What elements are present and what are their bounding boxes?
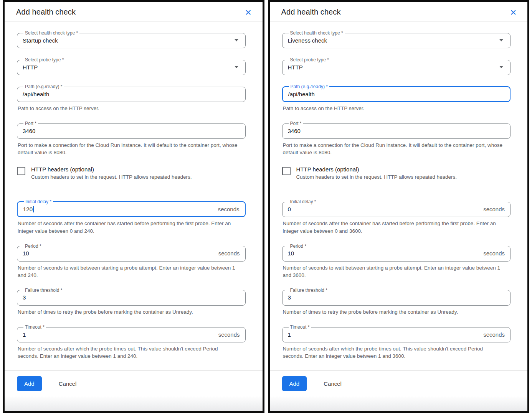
http-headers-helper-text: Custom headers to set in the request. HT… xyxy=(296,174,457,181)
seconds-suffix: seconds xyxy=(483,250,505,257)
side-by-side-screenshots: Add health check ✕ Select health check t… xyxy=(0,0,532,413)
http-headers-texts: HTTP headers (optional) Custom headers t… xyxy=(296,166,457,181)
timeout-field[interactable]: Timeout * 1 seconds xyxy=(282,325,511,342)
timeout-label: Timeout * xyxy=(289,325,311,329)
failure-threshold-label: Failure threshold * xyxy=(289,288,329,293)
period-label: Period * xyxy=(289,244,308,248)
failure-threshold-value: 3 xyxy=(23,294,26,301)
http-headers-label: HTTP headers (optional) xyxy=(31,166,192,173)
probe-type-select[interactable]: Select probe type * HTTP xyxy=(282,58,511,75)
port-helper-text: Port to make a connection for the Cloud … xyxy=(18,142,240,156)
period-field[interactable]: Period * 10 seconds xyxy=(17,244,246,262)
initial-delay-label: Initial delay * xyxy=(24,199,53,204)
failure-threshold-value: 3 xyxy=(288,294,291,301)
health-check-type-value: Liveness check xyxy=(288,37,327,44)
port-value: 3460 xyxy=(288,128,301,134)
period-helper-text: Number of seconds to wait between starti… xyxy=(283,264,505,279)
initial-delay-field[interactable]: Initial delay * 120 seconds xyxy=(17,199,246,217)
add-health-check-dialog-liveness: Add health check ✕ Select health check t… xyxy=(268,0,530,413)
http-headers-helper-text: Custom headers to set in the request. HT… xyxy=(31,174,192,181)
dropdown-arrow-icon xyxy=(235,66,238,68)
port-value: 3460 xyxy=(23,128,35,134)
bottom-fade xyxy=(5,397,263,411)
path-field[interactable]: Path (e.g./ready) * /api/health xyxy=(17,84,246,102)
port-label: Port * xyxy=(23,121,38,126)
health-check-type-label: Select health check type * xyxy=(23,31,79,35)
initial-delay-helper-text: Number of seconds after the container ha… xyxy=(283,220,505,234)
initial-delay-helper-text: Number of seconds after the container ha… xyxy=(18,220,240,234)
http-headers-checkbox[interactable] xyxy=(282,167,291,175)
dropdown-arrow-icon xyxy=(499,66,503,68)
initial-delay-value: 0 xyxy=(288,206,291,212)
dropdown-arrow-icon xyxy=(235,39,238,41)
dialog-header: Add health check ✕ xyxy=(5,2,263,21)
seconds-suffix: seconds xyxy=(218,206,240,212)
timeout-field[interactable]: Timeout * 1 seconds xyxy=(17,325,246,342)
add-button[interactable]: Add xyxy=(282,376,307,391)
add-button[interactable]: Add xyxy=(17,376,42,391)
port-label: Port * xyxy=(289,121,303,126)
path-helper-text: Path to access on the HTTP server. xyxy=(283,105,505,112)
cancel-button[interactable]: Cancel xyxy=(57,376,78,391)
initial-delay-value: 120 xyxy=(23,206,34,212)
path-helper-text: Path to access on the HTTP server. xyxy=(18,105,240,112)
close-icon[interactable]: ✕ xyxy=(244,8,253,17)
http-headers-row: HTTP headers (optional) Custom headers t… xyxy=(17,166,246,181)
path-value: /api/health xyxy=(288,91,315,97)
probe-type-value: HTTP xyxy=(288,64,303,71)
health-check-type-select[interactable]: Select health check type * Liveness chec… xyxy=(282,31,511,48)
http-headers-row: HTTP headers (optional) Custom headers t… xyxy=(282,166,511,181)
port-helper-text: Port to make a connection for the Cloud … xyxy=(283,142,505,156)
health-check-type-value: Startup check xyxy=(23,37,58,44)
initial-delay-label: Initial delay * xyxy=(289,199,318,204)
initial-delay-field[interactable]: Initial delay * 0 seconds xyxy=(282,199,511,217)
timeout-helper-text: Number of seconds after which the probe … xyxy=(283,345,505,360)
period-label: Period * xyxy=(23,244,43,248)
seconds-suffix: seconds xyxy=(218,250,240,257)
http-headers-texts: HTTP headers (optional) Custom headers t… xyxy=(31,166,192,181)
path-label: Path (e.g./ready) * xyxy=(289,84,329,89)
timeout-value: 1 xyxy=(288,331,291,338)
period-field[interactable]: Period * 10 seconds xyxy=(282,244,511,262)
dialog-header: Add health check ✕ xyxy=(270,2,528,21)
seconds-suffix: seconds xyxy=(483,331,505,338)
dialog-footer: Add Cancel xyxy=(270,371,528,397)
dialog-form: Select health check type * Startup check… xyxy=(5,21,263,370)
port-field[interactable]: Port * 3460 xyxy=(17,121,246,139)
probe-type-value: HTTP xyxy=(23,64,38,71)
text-cursor xyxy=(33,206,34,212)
http-headers-label: HTTP headers (optional) xyxy=(296,166,457,173)
cancel-button[interactable]: Cancel xyxy=(322,376,343,391)
health-check-type-select[interactable]: Select health check type * Startup check xyxy=(17,31,246,48)
seconds-suffix: seconds xyxy=(218,331,240,338)
period-value: 10 xyxy=(288,250,294,257)
dialog-footer: Add Cancel xyxy=(5,371,263,397)
http-headers-checkbox[interactable] xyxy=(17,167,25,175)
probe-type-label: Select probe type * xyxy=(23,58,65,62)
port-field[interactable]: Port * 3460 xyxy=(282,121,511,139)
probe-type-select[interactable]: Select probe type * HTTP xyxy=(17,58,246,75)
timeout-label: Timeout * xyxy=(23,325,46,329)
period-helper-text: Number of seconds to wait between starti… xyxy=(18,264,240,279)
probe-type-label: Select probe type * xyxy=(289,58,330,62)
timeout-value: 1 xyxy=(23,331,26,338)
path-label: Path (e.g./ready) * xyxy=(23,84,64,89)
path-value: /api/health xyxy=(23,91,49,97)
timeout-helper-text: Number of seconds after which the probe … xyxy=(18,345,240,360)
bottom-fade xyxy=(270,397,528,411)
path-field[interactable]: Path (e.g./ready) * /api/health xyxy=(282,84,511,102)
dropdown-arrow-icon xyxy=(499,39,503,41)
failure-threshold-field[interactable]: Failure threshold * 3 xyxy=(282,288,511,306)
failure-threshold-field[interactable]: Failure threshold * 3 xyxy=(17,288,246,306)
dialog-form: Select health check type * Liveness chec… xyxy=(270,21,528,370)
dialog-title: Add health check xyxy=(16,8,76,16)
add-health-check-dialog-startup: Add health check ✕ Select health check t… xyxy=(3,0,264,413)
health-check-type-label: Select health check type * xyxy=(289,31,345,35)
failure-threshold-helper-text: Number of times to retry the probe befor… xyxy=(18,308,240,316)
seconds-suffix: seconds xyxy=(483,206,505,212)
period-value: 10 xyxy=(23,250,29,257)
dialog-title: Add health check xyxy=(281,8,341,16)
close-icon[interactable]: ✕ xyxy=(509,8,517,17)
failure-threshold-label: Failure threshold * xyxy=(23,288,64,293)
failure-threshold-helper-text: Number of times to retry the probe befor… xyxy=(283,308,505,316)
